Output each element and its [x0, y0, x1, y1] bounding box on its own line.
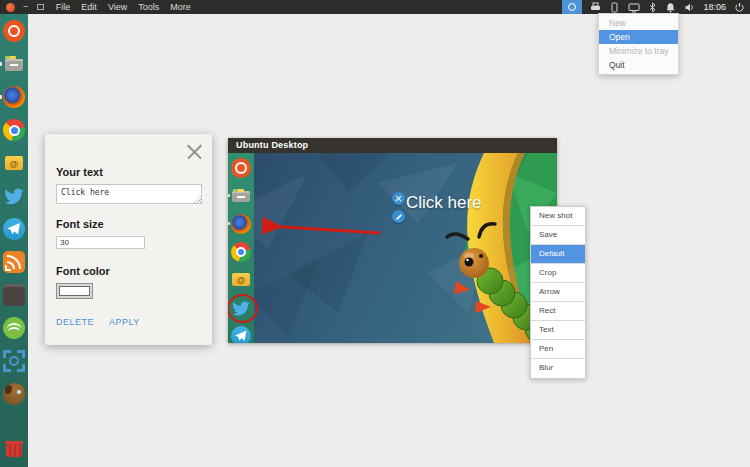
launcher-item-screenshot-tool[interactable] [3, 350, 25, 372]
terminal-icon [3, 284, 25, 306]
launcher-item-twitter[interactable] [3, 185, 25, 207]
tray-menu-open[interactable]: Open [599, 30, 678, 44]
screenshot-app-glyph-icon [568, 3, 576, 11]
tray-menu-new[interactable]: New [599, 16, 678, 30]
pencil-icon [395, 213, 403, 221]
preview-launcher-ubuntu [231, 158, 251, 178]
preview-launcher-email [231, 270, 251, 290]
screenshot-tool-icon [3, 350, 25, 372]
firefox-icon [3, 86, 25, 108]
preview-launcher-chrome [231, 242, 251, 262]
rss-icon [3, 251, 25, 273]
email-icon [3, 152, 25, 174]
menu-item-arrow[interactable]: Arrow [531, 283, 585, 302]
preview-title: Ubuntu Desktop [228, 138, 557, 153]
launcher-item-mascot[interactable] [3, 383, 25, 405]
screenshot-tray-icon[interactable] [562, 0, 582, 14]
font-color-swatch[interactable] [56, 283, 93, 299]
font-color-swatch-value [59, 286, 90, 296]
menu-view[interactable]: View [108, 2, 127, 12]
launcher-item-trash[interactable] [3, 437, 25, 459]
firefox-icon [231, 214, 251, 234]
close-icon [395, 195, 402, 202]
telegram-icon [3, 218, 25, 240]
menu-item-rect[interactable]: Rect [531, 302, 585, 321]
menu-item-new-shot[interactable]: New shot [531, 207, 585, 226]
screenshot-preview-window: Ubuntu Desktop [228, 138, 557, 343]
chrome-icon [231, 242, 251, 262]
menu-item-crop[interactable]: Crop [531, 264, 585, 283]
launcher-item-rss[interactable] [3, 251, 25, 273]
tray-menu-minimize-to-tray[interactable]: Minimize to tray [599, 44, 678, 58]
tool-context-menu: New shot Save Default Crop Arrow Rect Te… [530, 206, 586, 379]
preview-launcher-firefox [231, 214, 251, 234]
clock[interactable]: 18:06 [703, 2, 726, 12]
preview-canvas[interactable]: Click here [228, 153, 557, 343]
ubuntu-icon [3, 20, 25, 42]
chrome-icon [3, 119, 25, 141]
launcher-item-terminal[interactable] [3, 284, 25, 306]
launcher-item-firefox[interactable] [3, 86, 25, 108]
window-restore-button[interactable] [37, 4, 44, 10]
menu-item-text[interactable]: Text [531, 321, 585, 340]
printer-icon[interactable] [590, 2, 601, 13]
launcher-item-ubuntu[interactable] [3, 20, 25, 42]
menubar-menus: File Edit View Tools More [56, 2, 191, 12]
menu-more[interactable]: More [170, 2, 191, 12]
spotify-icon [3, 317, 25, 339]
animal-mascot-icon [3, 383, 25, 405]
twitter-icon [3, 185, 25, 207]
dialog-close-icon[interactable] [186, 143, 203, 160]
apply-button[interactable]: APPLY [109, 317, 140, 327]
wallpaper-art [228, 153, 557, 343]
menu-edit[interactable]: Edit [81, 2, 97, 12]
delete-button[interactable]: DELETE [56, 317, 94, 327]
menu-item-default[interactable]: Default [531, 245, 585, 264]
your-text-label: Your text [56, 166, 212, 178]
dialog-actions: DELETE APPLY [56, 317, 212, 327]
menu-item-pen[interactable]: Pen [531, 340, 585, 359]
tray-menu-quit[interactable]: Quit [599, 58, 678, 72]
menu-file[interactable]: File [56, 2, 71, 12]
launcher-item-email[interactable] [3, 152, 25, 174]
files-icon [231, 186, 251, 206]
annotation-edit-icon[interactable] [392, 210, 405, 223]
ubuntu-icon [231, 158, 251, 178]
menu-tools[interactable]: Tools [138, 2, 159, 12]
preview-launcher-telegram [231, 326, 251, 343]
annotation-delete-icon[interactable] [392, 192, 405, 205]
running-indicator [228, 194, 230, 197]
telegram-icon [231, 326, 251, 343]
running-indicator [0, 95, 2, 99]
window-close-button[interactable] [6, 3, 15, 12]
menu-item-blur[interactable]: Blur [531, 359, 585, 378]
system-tray: 18:06 [562, 0, 750, 14]
window-minimize-button[interactable]: − [23, 3, 29, 11]
trash-icon [3, 437, 25, 459]
text-annotation[interactable]: Click here [406, 193, 482, 213]
tray-dropdown-menu: New Open Minimize to tray Quit [598, 13, 679, 75]
top-menubar: − File Edit View Tools More 18:06 [0, 0, 750, 14]
text-annotation-dialog: Your text Click here Font size Font colo… [45, 134, 212, 345]
power-icon[interactable] [734, 2, 745, 13]
font-color-label: Font color [56, 265, 212, 277]
bell-icon[interactable] [665, 2, 676, 13]
files-icon [3, 53, 25, 75]
display-icon[interactable] [628, 2, 640, 13]
launcher-item-telegram[interactable] [3, 218, 25, 240]
font-size-label: Font size [56, 218, 212, 230]
menu-item-save[interactable]: Save [531, 226, 585, 245]
launcher-item-spotify[interactable] [3, 317, 25, 339]
running-indicator [0, 62, 2, 66]
email-icon [231, 270, 251, 290]
red-circle-annotation[interactable] [228, 294, 258, 323]
text-input-wrap: Click here [56, 184, 202, 204]
annotation-text-input[interactable]: Click here [56, 184, 202, 204]
unity-launcher [0, 14, 28, 467]
bluetooth-icon[interactable] [648, 2, 657, 13]
launcher-item-files[interactable] [3, 53, 25, 75]
smartphone-icon[interactable] [609, 2, 620, 13]
font-size-input[interactable] [56, 236, 145, 249]
launcher-item-chrome[interactable] [3, 119, 25, 141]
volume-icon[interactable] [684, 2, 695, 13]
